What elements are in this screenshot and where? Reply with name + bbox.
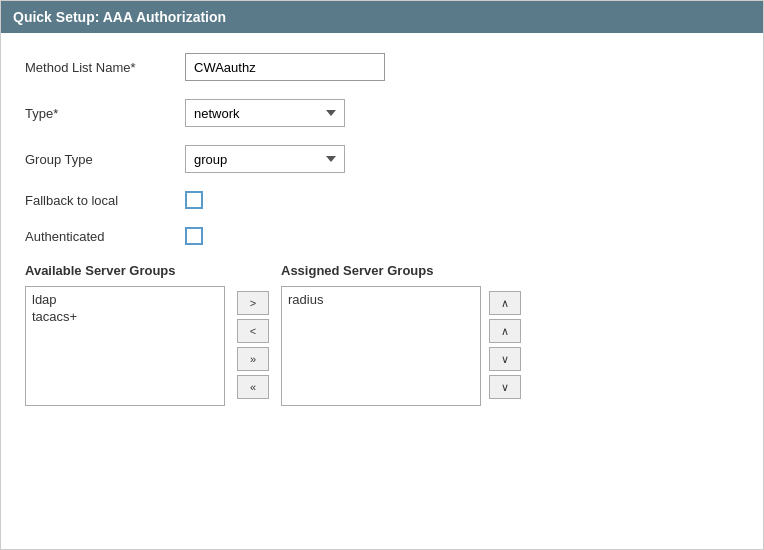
authenticated-checkbox[interactable]	[185, 227, 203, 245]
available-server-groups-list[interactable]: ldap tacacs+	[25, 286, 225, 406]
method-list-name-label: Method List Name*	[25, 60, 185, 75]
assigned-server-groups-column: Assigned Server Groups radius	[281, 263, 481, 406]
group-type-label: Group Type	[25, 152, 185, 167]
method-list-name-input[interactable]	[185, 53, 385, 81]
fallback-row: Fallback to local	[25, 191, 739, 209]
type-select[interactable]: network exec commands	[185, 99, 345, 127]
list-item[interactable]: tacacs+	[30, 308, 220, 325]
available-server-groups-column: Available Server Groups ldap tacacs+	[25, 263, 225, 406]
server-groups-layout: Available Server Groups ldap tacacs+ > <…	[25, 263, 739, 406]
move-left-button[interactable]: <	[237, 319, 269, 343]
order-buttons-group: ∧ ∧ ∨ ∨	[481, 291, 529, 399]
list-item[interactable]: ldap	[30, 291, 220, 308]
main-window: Quick Setup: AAA Authorization Method Li…	[0, 0, 764, 550]
list-item[interactable]: radius	[286, 291, 476, 308]
title-bar: Quick Setup: AAA Authorization	[1, 1, 763, 33]
move-all-left-button[interactable]: «	[237, 375, 269, 399]
transfer-buttons-group: > < » «	[225, 291, 281, 399]
window-title: Quick Setup: AAA Authorization	[13, 9, 226, 25]
type-row: Type* network exec commands	[25, 99, 739, 127]
move-bottom-button[interactable]: ∨	[489, 375, 521, 399]
assigned-server-groups-list[interactable]: radius	[281, 286, 481, 406]
group-type-row: Group Type group local	[25, 145, 739, 173]
move-top-button[interactable]: ∧	[489, 291, 521, 315]
available-server-groups-label: Available Server Groups	[25, 263, 225, 278]
move-up-button[interactable]: ∧	[489, 319, 521, 343]
move-down-button[interactable]: ∨	[489, 347, 521, 371]
type-select-wrapper: network exec commands	[185, 99, 345, 127]
assigned-server-groups-label: Assigned Server Groups	[281, 263, 481, 278]
form-content: Method List Name* Type* network exec com…	[1, 33, 763, 426]
authenticated-label: Authenticated	[25, 229, 185, 244]
group-type-select[interactable]: group local	[185, 145, 345, 173]
fallback-label: Fallback to local	[25, 193, 185, 208]
fallback-checkbox[interactable]	[185, 191, 203, 209]
group-type-select-wrapper: group local	[185, 145, 345, 173]
authenticated-row: Authenticated	[25, 227, 739, 245]
server-groups-section: Available Server Groups ldap tacacs+ > <…	[25, 263, 739, 406]
method-list-name-row: Method List Name*	[25, 53, 739, 81]
move-right-button[interactable]: >	[237, 291, 269, 315]
move-all-right-button[interactable]: »	[237, 347, 269, 371]
type-label: Type*	[25, 106, 185, 121]
